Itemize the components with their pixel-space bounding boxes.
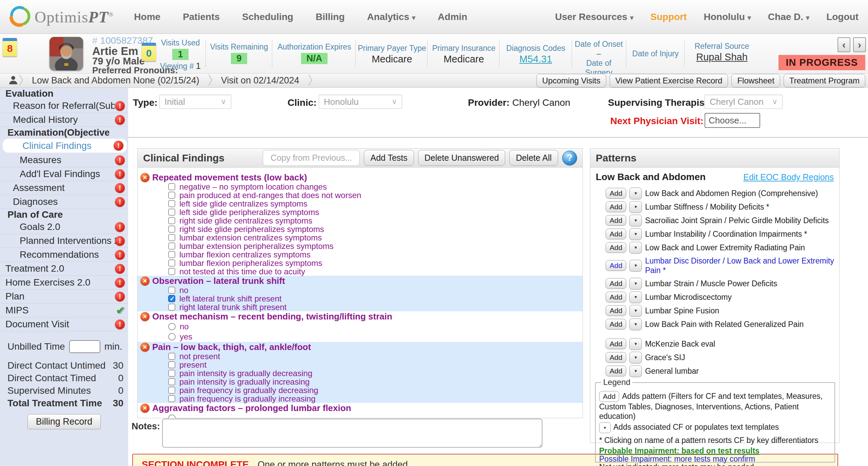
checkbox-icon[interactable] bbox=[168, 242, 175, 250]
nav-logout[interactable]: Logout bbox=[826, 12, 859, 22]
nav-user-resources[interactable]: User Resources bbox=[555, 12, 633, 22]
cf-checkbox-option[interactable]: pain frequency is gradually decreasing bbox=[138, 386, 583, 394]
cf-checkbox-option[interactable]: lumbar flexion peripheralizes symptoms bbox=[138, 259, 583, 267]
sidebar-item-clinical-findings[interactable]: Clinical Findings bbox=[3, 139, 127, 153]
checkbox-icon[interactable] bbox=[168, 200, 175, 207]
sidebar-item-planned-interventions[interactable]: Planned Interventions 2.0 bbox=[0, 234, 128, 248]
remove-test-icon[interactable] bbox=[140, 173, 150, 182]
cf-checkbox-option[interactable]: no bbox=[138, 286, 583, 294]
cf-checkbox-option[interactable]: left side glide peripheralizes symptoms bbox=[138, 208, 583, 216]
checkbox-icon[interactable] bbox=[168, 361, 175, 368]
sidebar-item-measures[interactable]: Measures bbox=[0, 153, 128, 167]
pattern-name[interactable]: General lumbar bbox=[645, 366, 699, 376]
checkbox-icon[interactable] bbox=[168, 234, 175, 241]
pattern-name[interactable]: Lumbar Instability / Coordination Impair… bbox=[645, 229, 807, 239]
checkbox-icon[interactable] bbox=[168, 192, 175, 199]
nav-scheduling[interactable]: Scheduling bbox=[242, 12, 293, 22]
cf-radio-option[interactable]: no bbox=[138, 322, 583, 332]
cf-checkbox-option[interactable]: right side glide centralizes symptoms bbox=[138, 216, 583, 225]
sidebar-item-treatment[interactable]: Treatment 2.0 bbox=[0, 262, 128, 276]
pattern-dropdown-button[interactable] bbox=[629, 201, 642, 213]
checkbox-icon[interactable] bbox=[168, 226, 175, 233]
patient-icon[interactable] bbox=[8, 75, 18, 87]
sidebar-item-medical-history[interactable]: Medical History bbox=[0, 113, 128, 127]
sidebar-item-reason-for-referral[interactable]: Reason for Referral(Subjective) bbox=[0, 99, 128, 113]
radio-icon[interactable] bbox=[168, 333, 176, 341]
breadcrumb-visit[interactable]: Visit on 02/14/2024 bbox=[221, 75, 299, 86]
cf-checkbox-option[interactable]: lumbar extension centralizes symptoms bbox=[138, 233, 583, 242]
pattern-dropdown-button[interactable] bbox=[629, 291, 642, 303]
add-pattern-button[interactable]: Add bbox=[606, 366, 626, 376]
pattern-dropdown-button[interactable] bbox=[629, 338, 642, 350]
cf-radio-option[interactable] bbox=[138, 413, 583, 418]
billing-record-button[interactable]: Billing Record bbox=[27, 414, 101, 429]
checkbox-icon[interactable] bbox=[168, 395, 175, 402]
sidebar-item-plan-of-care[interactable]: Plan of Care bbox=[0, 209, 128, 220]
remove-test-icon[interactable] bbox=[140, 276, 150, 286]
cf-checkbox-option[interactable]: pain intensity is gradually decreasing bbox=[138, 369, 583, 377]
radio-icon[interactable] bbox=[168, 323, 176, 330]
sidebar-item-mips[interactable]: MIPS bbox=[0, 304, 128, 317]
checkbox-icon[interactable] bbox=[168, 217, 175, 224]
pattern-name[interactable]: Grace's SIJ bbox=[645, 353, 685, 362]
pattern-name[interactable]: McKenzie Back eval bbox=[645, 339, 715, 349]
pattern-name[interactable]: Low Back Pain with Related Generalized P… bbox=[645, 319, 804, 329]
cf-checkbox-option[interactable]: left side glide centralizes symptoms bbox=[138, 199, 583, 208]
add-pattern-button[interactable]: Add bbox=[606, 305, 626, 316]
remove-test-icon[interactable] bbox=[140, 312, 150, 321]
upcoming-visits-button[interactable]: Upcoming Visits bbox=[536, 74, 606, 88]
sticky-note-zero[interactable]: 0 bbox=[142, 43, 156, 61]
checkbox-icon[interactable] bbox=[168, 287, 175, 294]
pattern-dropdown-button[interactable] bbox=[629, 278, 642, 290]
notes-textarea[interactable] bbox=[162, 419, 542, 448]
checkbox-icon[interactable] bbox=[168, 353, 175, 360]
cf-checkbox-option[interactable]: pain frequency is gradually increasing bbox=[138, 394, 583, 403]
checkbox-icon[interactable] bbox=[168, 183, 175, 190]
pattern-dropdown-button[interactable] bbox=[629, 352, 642, 364]
checkbox-icon[interactable] bbox=[168, 251, 175, 258]
pattern-dropdown-button[interactable] bbox=[629, 215, 642, 227]
treatment-program-button[interactable]: Treatment Program bbox=[784, 74, 865, 88]
add-pattern-button[interactable]: Add bbox=[606, 215, 626, 226]
pattern-name[interactable]: Low Back and Lower Extremity Radiating P… bbox=[645, 243, 805, 252]
nav-patients[interactable]: Patients bbox=[183, 12, 220, 22]
next-visit-button[interactable]: › bbox=[853, 37, 866, 52]
cf-checkbox-option[interactable]: right side glide peripheralizes symptoms bbox=[138, 225, 583, 233]
cf-checkbox-option[interactable]: lumbar extension peripheralizes symptoms bbox=[138, 242, 583, 250]
add-pattern-button[interactable]: Add bbox=[606, 201, 626, 212]
delete-unanswered-button[interactable]: Delete Unanswered bbox=[418, 150, 506, 166]
cf-checkbox-option[interactable]: not present bbox=[138, 352, 583, 361]
checkbox-icon[interactable] bbox=[168, 259, 175, 267]
sidebar-item-recommendations[interactable]: Recommendations bbox=[0, 248, 128, 262]
pattern-dropdown-button[interactable] bbox=[629, 188, 642, 199]
nav-support[interactable]: Support bbox=[650, 12, 687, 22]
pattern-name[interactable]: Lumbar Microdiscectomy bbox=[645, 292, 732, 302]
flowsheet-button[interactable]: Flowsheet bbox=[731, 74, 780, 88]
view-exercise-record-button[interactable]: View Patient Exercise Record bbox=[610, 74, 728, 88]
referral-source-link[interactable]: Rupal Shah bbox=[696, 52, 748, 62]
diagnosis-code-link[interactable]: M54.31 bbox=[519, 54, 552, 64]
add-pattern-button[interactable]: Add bbox=[606, 229, 626, 239]
breadcrumb-eoc[interactable]: Low Back and Abdomen None (02/15/24) bbox=[32, 75, 199, 86]
add-tests-button[interactable]: Add Tests bbox=[364, 150, 414, 166]
sidebar-item-document-visit[interactable]: Document Visit bbox=[0, 317, 128, 331]
checkbox-icon[interactable] bbox=[168, 209, 175, 216]
checkbox-icon[interactable] bbox=[168, 304, 175, 311]
pattern-dropdown-button[interactable] bbox=[629, 365, 642, 377]
nav-user-menu[interactable]: Chae D. bbox=[768, 12, 809, 22]
copy-from-previous-button[interactable]: Copy from Previous... bbox=[263, 150, 360, 166]
add-pattern-button[interactable]: Add bbox=[606, 242, 626, 253]
pattern-dropdown-button[interactable] bbox=[629, 318, 642, 330]
sidebar-item-diagnoses[interactable]: Diagnoses bbox=[0, 195, 128, 209]
help-icon[interactable] bbox=[562, 151, 577, 166]
pattern-dropdown-button[interactable] bbox=[629, 228, 642, 240]
checkbox-checked-icon[interactable] bbox=[168, 295, 175, 302]
pattern-dropdown-button[interactable] bbox=[629, 305, 642, 317]
nav-analytics[interactable]: Analytics bbox=[367, 12, 416, 22]
remove-test-icon[interactable] bbox=[140, 404, 150, 413]
sidebar-item-examination[interactable]: Examination(Objective) bbox=[0, 127, 128, 138]
pattern-name[interactable]: Lumbar Disc Disorder / Low Back and Lowe… bbox=[645, 256, 835, 275]
sidebar-item-goals[interactable]: Goals 2.0 bbox=[0, 220, 128, 234]
cf-radio-option[interactable]: yes bbox=[138, 332, 583, 342]
sidebar-item-addl-eval-findings[interactable]: Add'l Eval Findings bbox=[0, 167, 128, 181]
